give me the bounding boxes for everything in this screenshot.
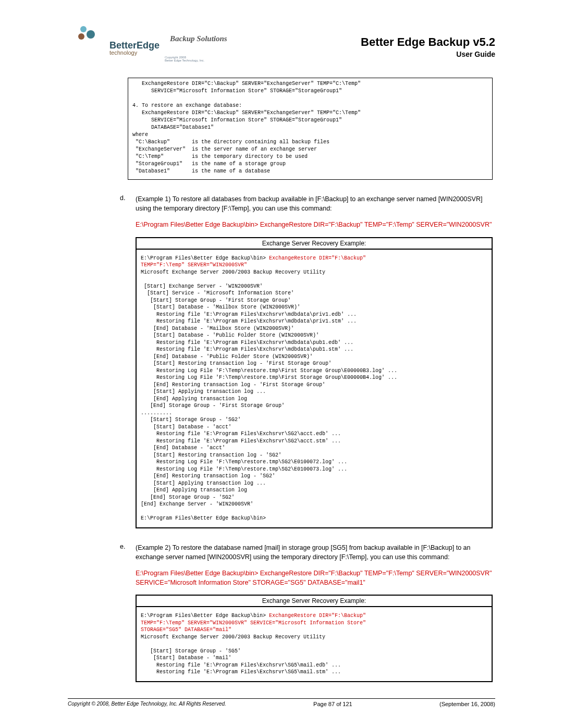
list-item-d: d. (Example 1) To restore all databases … <box>120 194 495 213</box>
backup-solutions-label: Backup Solutions <box>170 34 227 43</box>
example-body-1: E:\Program Files\Better Edge Backup\bin>… <box>137 250 492 527</box>
document-title: Better Edge Backup v5.2 <box>361 35 495 49</box>
example2-output: Microsoft Exchange Server 2000/2003 Back… <box>141 634 341 675</box>
example1-output: Microsoft Exchange Server 2000/2003 Back… <box>141 269 397 522</box>
example2-prompt: E:\Program Files\Better Edge Backup\bin> <box>141 613 269 619</box>
tiny-copyright: Copyright 2008 Better Edge Technology, I… <box>165 56 227 62</box>
footer-copyright: Copyright © 2008, Better Edge Technology… <box>68 701 226 707</box>
logo-icon <box>68 26 104 57</box>
example-box-2: Exchange Server Recovery Example: E:\Pro… <box>136 595 493 682</box>
list-letter-e: e. <box>120 543 136 562</box>
example1-prompt: E:\Program Files\Better Edge Backup\bin> <box>141 255 269 261</box>
command-d: E:\Program Files\Better Edge Backup\bin>… <box>136 220 495 230</box>
code-box-usage: ExchangeRestore DIR="C:\Backup" SERVER="… <box>128 78 493 180</box>
list-body-e: (Example 2) To restore the database name… <box>136 543 495 562</box>
example-box-1: Exchange Server Recovery Example: E:\Pro… <box>136 237 493 528</box>
example-title-1: Exchange Server Recovery Example: <box>137 238 492 250</box>
list-letter-d: d. <box>120 194 136 213</box>
logo-block <box>68 26 104 57</box>
content-area: ExchangeRestore DIR="C:\Backup" SERVER="… <box>120 78 495 682</box>
page-footer: Copyright © 2008, Better Edge Technology… <box>68 698 495 707</box>
list-item-e: e. (Example 2) To restore the database n… <box>120 543 495 562</box>
title-area: Better Edge Backup v5.2 User Guide <box>361 35 495 58</box>
document-subtitle: User Guide <box>361 50 495 58</box>
logo-area: BetterEdge technology Backup Solutions C… <box>68 26 227 62</box>
example-body-2: E:\Program Files\Better Edge Backup\bin>… <box>137 607 492 681</box>
example-title-2: Exchange Server Recovery Example: <box>137 596 492 607</box>
footer-date: (September 16, 2008) <box>439 701 495 707</box>
logo-name: BetterEdge <box>109 40 160 51</box>
logo-sub: technology <box>109 50 160 56</box>
logo-text: BetterEdge technology <box>109 41 160 56</box>
list-body-d: (Example 1) To restore all databases fro… <box>136 194 495 213</box>
footer-page: Page 87 of 121 <box>313 701 352 707</box>
page-header: BetterEdge technology Backup Solutions C… <box>68 26 495 62</box>
command-e: E:\Program Files\Better Edge Backup\bin>… <box>136 569 495 587</box>
